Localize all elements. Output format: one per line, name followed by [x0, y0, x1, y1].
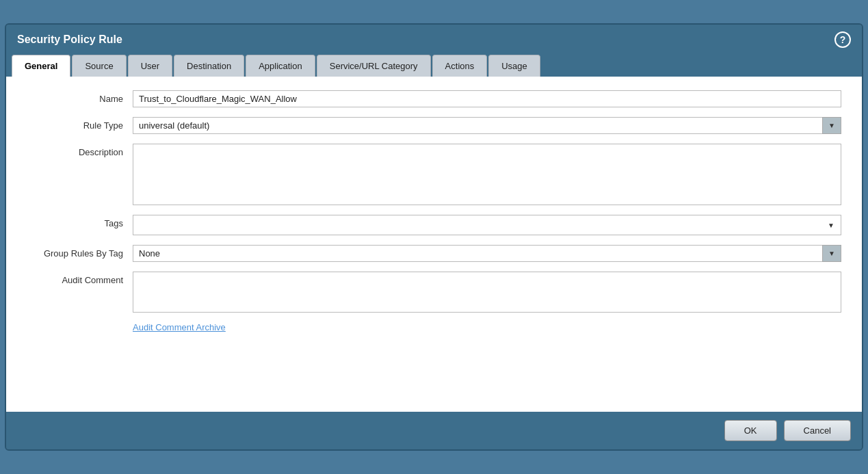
description-row: Description: [27, 144, 841, 205]
tags-label: Tags: [27, 215, 133, 228]
tab-source[interactable]: Source: [72, 55, 126, 77]
tab-general[interactable]: General: [12, 55, 70, 77]
name-input[interactable]: [133, 90, 841, 107]
group-rules-wrapper: None: [133, 245, 841, 262]
tab-bar: General Source User Destination Applicat…: [6, 55, 862, 77]
dialog-footer: OK Cancel: [6, 412, 862, 449]
tags-wrapper[interactable]: [133, 215, 841, 235]
tab-destination[interactable]: Destination: [174, 55, 244, 77]
tab-usage[interactable]: Usage: [488, 55, 540, 77]
rule-type-wrapper: universal (default)interzoneintrazone: [133, 117, 841, 134]
help-button[interactable]: ?: [834, 31, 851, 48]
rule-type-select[interactable]: universal (default)interzoneintrazone: [133, 117, 841, 134]
security-policy-rule-dialog: Security Policy Rule ? General Source Us…: [5, 23, 863, 451]
form-content: Name Rule Type universal (default)interz…: [6, 77, 862, 412]
tab-service-url[interactable]: Service/URL Category: [317, 55, 431, 77]
description-label: Description: [27, 144, 133, 157]
name-row: Name: [27, 90, 841, 107]
ok-button[interactable]: OK: [724, 420, 777, 441]
name-label: Name: [27, 90, 133, 104]
group-rules-row: Group Rules By Tag None: [27, 245, 841, 262]
audit-comment-label: Audit Comment: [27, 272, 133, 285]
rule-type-label: Rule Type: [27, 117, 133, 131]
rule-type-row: Rule Type universal (default)interzonein…: [27, 117, 841, 134]
audit-comment-textarea[interactable]: [133, 272, 841, 313]
tab-user[interactable]: User: [128, 55, 172, 77]
group-rules-select[interactable]: None: [133, 245, 841, 262]
description-textarea[interactable]: [133, 144, 841, 205]
audit-comment-archive-link[interactable]: Audit Comment Archive: [133, 322, 226, 332]
tab-application[interactable]: Application: [246, 55, 315, 77]
cancel-button[interactable]: Cancel: [784, 420, 851, 441]
title-bar: Security Policy Rule ?: [6, 25, 862, 55]
audit-comment-row: Audit Comment: [27, 272, 841, 313]
group-rules-label: Group Rules By Tag: [27, 245, 133, 259]
tags-row: Tags: [27, 215, 841, 235]
tags-dropdown-arrow[interactable]: [821, 215, 841, 235]
dialog-title: Security Policy Rule: [17, 34, 122, 46]
tab-actions[interactable]: Actions: [432, 55, 488, 77]
audit-archive-row: Audit Comment Archive: [27, 322, 841, 332]
